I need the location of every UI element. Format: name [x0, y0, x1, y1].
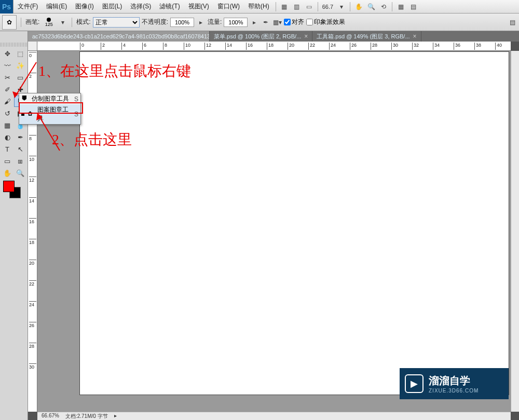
hand-tool[interactable]: ✋ — [1, 167, 13, 179]
shape-tool[interactable]: ▭ — [1, 155, 13, 167]
zoom-icon[interactable]: 🔍 — [366, 2, 376, 11]
color-swatches — [0, 179, 28, 199]
rotate-icon[interactable]: ⟲ — [379, 2, 388, 11]
screen-mode-icon[interactable]: ▭ — [305, 2, 314, 11]
document-canvas[interactable] — [80, 52, 509, 395]
ruler-horizontal[interactable]: 0246810121416182022242628303234363840424… — [37, 42, 511, 51]
ruler-origin[interactable] — [28, 42, 37, 51]
brush-preview-icon[interactable] — [47, 18, 51, 22]
menu-view[interactable]: 视图(V) — [184, 2, 213, 11]
flow-input[interactable] — [224, 18, 248, 27]
pattern-picker-icon[interactable]: ▦▾ — [272, 18, 282, 27]
bridge-icon[interactable]: ▦ — [280, 2, 289, 11]
menu-window[interactable]: 窗口(W) — [213, 2, 244, 11]
arrange-icon[interactable]: ▦ — [396, 2, 405, 11]
impression-checkbox[interactable]: 印象派效果 — [306, 18, 345, 26]
canvas-area: 0246810121416182022242628303234363840424… — [28, 42, 519, 420]
tab-document-3[interactable]: 工具箱.psd @ 149% (图层 3, RGB/...× — [312, 31, 421, 42]
options-bar: ✿ 画笔: 125 ▾ 模式: 正常 不透明度: ▸ 流量: ▸ ✒ ▦▾ 对齐… — [0, 13, 519, 31]
selected-indicator-icon — [21, 113, 24, 116]
path-tool[interactable]: ↖ — [14, 143, 26, 155]
notes-tool[interactable]: 🗉 — [14, 155, 26, 167]
mode-select[interactable]: 正常 — [93, 17, 140, 28]
document-tabs: ac75323d6b6de243-cb1a21ced629c7a4-981c03… — [0, 31, 519, 42]
menu-edit[interactable]: 编辑(E) — [42, 2, 71, 11]
hand-icon[interactable]: ✋ — [354, 2, 363, 11]
flow-label: 流量: — [208, 18, 222, 26]
watermark-logo-icon: ▶ — [405, 374, 424, 393]
menu-file[interactable]: 文件(F) — [13, 2, 42, 11]
opacity-input[interactable] — [170, 18, 194, 27]
close-icon[interactable]: × — [413, 33, 417, 40]
menu-filter[interactable]: 滤镜(T) — [155, 2, 184, 11]
status-chevron-icon[interactable]: ▸ — [114, 413, 117, 420]
toolbox-grip[interactable] — [0, 43, 28, 47]
mode-label: 模式: — [76, 18, 90, 26]
chevron-down-icon[interactable]: ▾ — [337, 2, 346, 11]
scrollbar-vertical[interactable] — [511, 51, 519, 412]
foreground-color[interactable] — [3, 181, 15, 192]
pen-tool[interactable]: ✒ — [14, 131, 26, 143]
tab-document-1[interactable]: ac75323d6b6de243-cb1a21ced629c7a4-981c03… — [28, 31, 210, 42]
statusbar: 66.67% 文档:2.71M/0 字节 ▸ — [37, 412, 511, 420]
brush-dropdown-icon[interactable]: ▾ — [58, 18, 67, 27]
app-logo: Ps — [0, 0, 13, 13]
watermark-url: ZIXUE.3D66.COM — [429, 388, 479, 394]
status-doc-size[interactable]: 文档:2.71M/0 字节 — [65, 413, 108, 420]
annotation-arrow-1 — [5, 57, 42, 104]
gradient-tool[interactable]: ▦ — [1, 119, 13, 131]
annotation-text-1: 1、在这里点击鼠标右键 — [38, 61, 191, 81]
annotation-text-2: 2、点击这里 — [52, 130, 132, 150]
align-checkbox[interactable]: 对齐 — [284, 18, 304, 26]
zoom-tool[interactable]: 🔍 — [14, 167, 26, 179]
panel-menu-icon[interactable]: ▤ — [508, 18, 517, 27]
svg-line-0 — [15, 62, 36, 98]
canvas-viewport[interactable] — [37, 51, 511, 412]
history-brush-tool[interactable]: ↺ — [1, 107, 13, 119]
status-zoom[interactable]: 66.67% — [42, 413, 59, 420]
opacity-chevron-icon[interactable]: ▸ — [196, 18, 206, 27]
layout-icon[interactable]: ▥ — [292, 2, 302, 11]
menu-layer[interactable]: 图层(L) — [98, 2, 127, 11]
tool-preset-icon[interactable]: ✿ — [2, 15, 17, 30]
dodge-tool[interactable]: ◐ — [1, 131, 13, 143]
workspace-icon[interactable]: ▤ — [408, 2, 418, 11]
flow-chevron-icon[interactable]: ▸ — [250, 18, 259, 27]
watermark: ▶ 溜溜自学 ZIXUE.3D66.COM — [400, 368, 509, 399]
menubar: Ps 文件(F) 编辑(E) 图像(I) 图层(L) 选择(S) 滤镜(T) 视… — [0, 0, 519, 13]
tab-document-2[interactable]: 菜单.psd @ 100% (图层 2, RGB/...× — [210, 31, 312, 42]
airbrush-icon[interactable]: ✒ — [261, 18, 270, 27]
zoom-level[interactable]: 66.7 — [322, 4, 333, 10]
menu-select[interactable]: 选择(S) — [126, 2, 155, 11]
type-tool[interactable]: T — [1, 143, 13, 155]
close-icon[interactable]: × — [304, 33, 308, 40]
brush-label: 画笔: — [25, 18, 39, 26]
watermark-title: 溜溜自学 — [429, 374, 479, 388]
menu-image[interactable]: 图像(I) — [71, 2, 98, 11]
opacity-label: 不透明度: — [142, 18, 168, 26]
brush-size-value: 125 — [45, 22, 53, 27]
menu-help[interactable]: 帮助(H) — [244, 2, 274, 11]
